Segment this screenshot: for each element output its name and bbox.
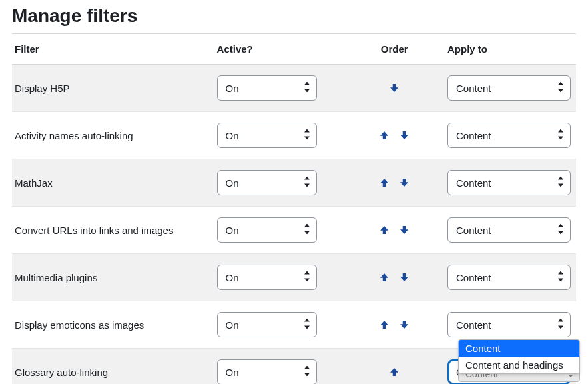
move-up-button[interactable] <box>377 175 392 190</box>
updown-icon <box>303 177 311 189</box>
updown-icon <box>557 82 565 95</box>
apply-to-select[interactable]: Content <box>447 170 571 195</box>
apply-to-dropdown[interactable]: Content Content and headings <box>458 339 580 374</box>
move-down-button[interactable] <box>397 175 412 190</box>
updown-icon <box>557 129 565 142</box>
move-up-button[interactable] <box>377 128 392 143</box>
filter-name: Convert URLs into links and images <box>12 207 214 254</box>
apply-to-select-value: Content <box>456 177 491 189</box>
move-down-button[interactable] <box>397 270 412 285</box>
active-select-value: On <box>226 225 239 236</box>
apply-to-select[interactable]: Content <box>447 75 571 101</box>
updown-icon <box>303 129 311 142</box>
filters-table: Filter Active? Order Apply to Display H5… <box>12 33 576 384</box>
active-select[interactable]: On <box>217 75 317 101</box>
active-select[interactable]: On <box>217 217 317 243</box>
apply-to-select-value: Content <box>456 272 491 283</box>
active-select-value: On <box>226 130 239 141</box>
updown-icon <box>303 366 311 379</box>
table-row: Convert URLs into links and imagesOnCont… <box>12 207 576 254</box>
move-down-button[interactable] <box>397 128 412 143</box>
move-down-button[interactable] <box>397 317 412 332</box>
column-header-apply: Apply to <box>445 34 576 65</box>
move-down-button[interactable] <box>387 81 402 95</box>
dropdown-option-content-and-headings[interactable]: Content and headings <box>459 357 579 373</box>
updown-icon <box>303 224 311 237</box>
updown-icon <box>557 177 565 189</box>
filter-name: MathJax <box>12 159 214 207</box>
active-select-value: On <box>226 83 239 94</box>
filter-name: Glossary auto-linking <box>12 349 214 385</box>
apply-to-select-value: Content <box>456 130 491 141</box>
active-select[interactable]: On <box>217 265 317 290</box>
dropdown-option-content[interactable]: Content <box>459 340 579 357</box>
active-select[interactable]: On <box>217 359 317 384</box>
table-row: Display H5POnContent <box>12 65 576 112</box>
move-up-button[interactable] <box>387 365 402 379</box>
updown-icon <box>303 319 311 331</box>
table-row: Activity names auto-linkingOnContent <box>12 112 576 159</box>
active-select[interactable]: On <box>217 123 317 148</box>
column-header-filter: Filter <box>12 34 214 65</box>
updown-icon <box>303 271 311 284</box>
updown-icon <box>557 319 565 331</box>
updown-icon <box>557 271 565 284</box>
updown-icon <box>557 224 565 237</box>
apply-to-select[interactable]: Content <box>447 123 571 148</box>
filter-name: Multimedia plugins <box>12 254 214 301</box>
active-select-value: On <box>226 272 239 283</box>
move-up-button[interactable] <box>377 317 392 332</box>
page-title: Manage filters <box>12 5 576 27</box>
table-row: MathJaxOnContent <box>12 159 576 207</box>
apply-to-select-value: Content <box>456 83 491 94</box>
apply-to-select[interactable]: Content <box>447 312 571 337</box>
filter-name: Display emoticons as images <box>12 301 214 349</box>
apply-to-select[interactable]: Content <box>447 217 571 243</box>
move-down-button[interactable] <box>397 223 412 237</box>
active-select-value: On <box>226 177 239 189</box>
apply-to-select-value: Content <box>456 319 491 331</box>
filter-name: Activity names auto-linking <box>12 112 214 159</box>
active-select[interactable]: On <box>217 312 317 337</box>
move-up-button[interactable] <box>377 270 392 285</box>
column-header-active: Active? <box>214 34 347 65</box>
filter-name: Display H5P <box>12 65 214 112</box>
table-row: Multimedia pluginsOnContent <box>12 254 576 301</box>
apply-to-select-value: Content <box>456 225 491 236</box>
active-select-value: On <box>226 367 239 378</box>
move-up-button[interactable] <box>377 223 392 237</box>
column-header-order: Order <box>346 34 445 65</box>
apply-to-select[interactable]: Content <box>447 265 571 290</box>
updown-icon <box>303 82 311 95</box>
active-select-value: On <box>226 319 239 331</box>
active-select[interactable]: On <box>217 170 317 195</box>
